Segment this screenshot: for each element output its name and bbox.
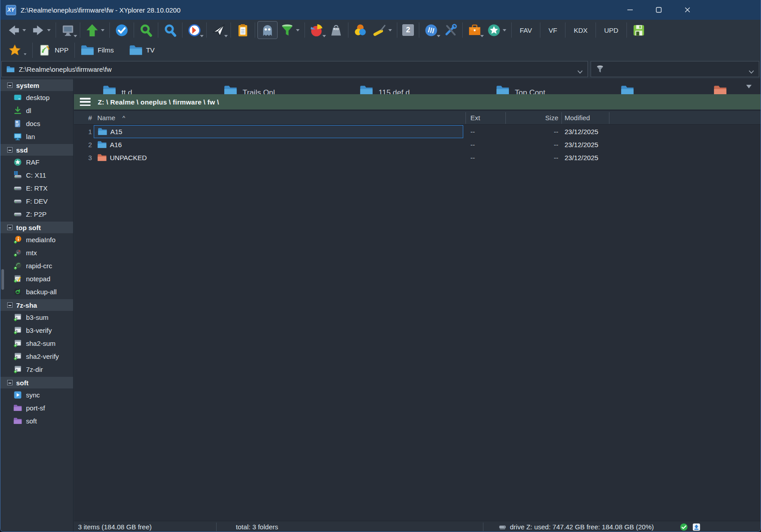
sidebar-item-lan[interactable]: lan	[0, 130, 73, 143]
name-cell[interactable]: A16	[94, 138, 463, 151]
sidebar-item-f-dev[interactable]: F: DEV	[0, 195, 73, 208]
collapse-icon[interactable]	[7, 225, 13, 230]
panel-dropdown-icon[interactable]	[746, 85, 752, 88]
sidebar-section-system[interactable]: system	[0, 79, 73, 91]
search-green-button[interactable]	[136, 21, 156, 39]
npp-button[interactable]: NPP	[35, 42, 72, 58]
sidebar-item-c-x11[interactable]: C: X11	[0, 169, 73, 182]
upd-button[interactable]: UPD	[598, 21, 624, 39]
script-shortcut-icon	[13, 313, 22, 322]
color-filter-button[interactable]	[351, 21, 370, 39]
column-header-modified[interactable]: Modified	[565, 111, 590, 124]
sidebar-section-ssd[interactable]: ssd	[0, 144, 73, 156]
sidebar-item-sha2-verify[interactable]: sha2-verify	[0, 350, 73, 363]
sidebar-item-z-p2p[interactable]: Z: P2P	[0, 208, 73, 221]
sidebar-item-dl[interactable]: dl	[0, 104, 73, 117]
save-button[interactable]	[629, 21, 648, 39]
star-badge-button[interactable]	[484, 21, 509, 39]
sidebar-item-notepad[interactable]: notepad	[0, 272, 73, 285]
sidebar-section-top-soft[interactable]: top soft	[0, 222, 73, 233]
address-bar[interactable]: Z:\Realme\oneplus\firmware\fw	[1, 61, 588, 77]
document-icon	[13, 119, 22, 128]
sidebar-section-7z-sha[interactable]: 7z-sha	[0, 299, 73, 311]
column-divider[interactable]	[609, 112, 609, 124]
paste-button[interactable]	[233, 21, 252, 39]
column-header-num[interactable]: #	[74, 111, 92, 124]
file-row-a15[interactable]: 1 A15 -- -- 23/12/2025	[74, 125, 761, 138]
breadcrumb[interactable]: Z: \ Realme \ oneplus \ firmware \ fw \	[98, 98, 219, 106]
chevron-down-icon[interactable]	[577, 68, 583, 72]
xyplorer-window: XY Z:\Realme\oneplus\firmware\fw - XYplo…	[0, 0, 761, 532]
toolbar-separator	[230, 22, 231, 38]
refresh-icon	[187, 23, 201, 37]
sidebar-item-b3-sum[interactable]: b3-sum	[0, 311, 73, 324]
minimize-button[interactable]	[616, 0, 644, 20]
maximize-button[interactable]	[644, 0, 673, 20]
send-button[interactable]	[209, 21, 228, 39]
checkmark-button[interactable]	[112, 21, 131, 39]
briefcase-button[interactable]	[465, 21, 484, 39]
filter-button[interactable]	[278, 21, 302, 39]
sidebar-item-raf[interactable]: RAF	[0, 156, 73, 169]
sidebar-item-b3-verify[interactable]: b3-verify	[0, 324, 73, 337]
forward-button[interactable]	[29, 21, 53, 39]
close-button[interactable]	[673, 0, 702, 20]
filter-input[interactable]	[591, 61, 759, 77]
tv-button[interactable]: TV	[126, 42, 158, 58]
favorites-star-button[interactable]	[5, 42, 30, 58]
search-blue-button[interactable]	[161, 21, 180, 39]
app-logo-icon: XY	[6, 5, 16, 15]
breadcrumb-bar[interactable]: Z: \ Realme \ oneplus \ firmware \ fw \	[74, 94, 761, 109]
status-upload-icon[interactable]	[692, 523, 700, 531]
ghost-filter-button[interactable]	[257, 21, 278, 39]
sidebar-section-soft[interactable]: soft	[0, 377, 73, 388]
up-button[interactable]	[83, 21, 107, 39]
sidebar-item-rapid-crc[interactable]: rapid-crc	[0, 259, 73, 272]
sidebar-item-desktop[interactable]: desktop	[0, 91, 73, 104]
sidebar-item-sync[interactable]: sync	[0, 388, 73, 401]
show-desktop-button[interactable]	[58, 21, 78, 39]
column-header-size[interactable]: Size	[505, 111, 558, 124]
collapse-icon[interactable]	[7, 83, 13, 88]
sidebar-item-mediainfo[interactable]: mediaInfo	[0, 233, 73, 246]
back-button[interactable]	[4, 21, 29, 39]
fav-button[interactable]: FAV	[514, 21, 538, 39]
chevron-down-icon[interactable]	[748, 68, 754, 72]
sidebar-item-mtx[interactable]: mtx	[0, 246, 73, 259]
status-ok-icon[interactable]	[680, 523, 688, 531]
sidebar-item-sha2-sum[interactable]: sha2-sum	[0, 337, 73, 350]
sidebar-item-backup-all[interactable]: backup-all	[0, 285, 73, 298]
collapse-icon[interactable]	[7, 147, 13, 153]
collapse-icon[interactable]	[7, 380, 13, 385]
sidebar-scroll-thumb[interactable]	[1, 269, 4, 290]
menu-hamburger-icon[interactable]	[80, 98, 91, 106]
file-row-a16[interactable]: 2 A16 -- -- 23/12/2025	[74, 138, 761, 151]
vf-button[interactable]: VF	[543, 21, 563, 39]
statistics-button[interactable]	[307, 21, 326, 39]
window-controls	[616, 0, 702, 20]
file-row-unpacked[interactable]: 3 UNPACKED -- -- 23/12/2025	[74, 151, 761, 164]
item-label: RAF	[26, 158, 39, 166]
refresh-button[interactable]	[185, 21, 204, 39]
tools-button[interactable]	[441, 21, 460, 39]
name-cell[interactable]: A15	[94, 125, 463, 138]
name-cell[interactable]: UNPACKED	[94, 151, 463, 164]
paint-button[interactable]	[370, 21, 395, 39]
column-header-name[interactable]: Name^	[97, 111, 125, 124]
column-label: Name	[97, 114, 115, 122]
sidebar-item-7z-dir[interactable]: 7z-dir	[0, 363, 73, 376]
column-header-ext[interactable]: Ext	[470, 111, 480, 124]
kdx-button[interactable]: KDX	[568, 21, 593, 39]
collapse-icon[interactable]	[7, 302, 13, 308]
sidebar-item-e-rtx[interactable]: E: RTX	[0, 182, 73, 195]
sidebar-item-docs[interactable]: docs	[0, 117, 73, 130]
dual-pane-button[interactable]: 2	[400, 21, 417, 39]
badge-button[interactable]	[422, 21, 441, 39]
column-divider[interactable]	[465, 112, 466, 124]
sidebar-item-port-sf[interactable]: port-sf	[0, 401, 73, 414]
weigh-button[interactable]: KG	[326, 21, 346, 39]
films-button[interactable]: Films	[77, 42, 117, 58]
tv-label: TV	[146, 46, 155, 54]
column-divider[interactable]	[561, 112, 562, 124]
sidebar-item-soft[interactable]: soft	[0, 414, 73, 427]
